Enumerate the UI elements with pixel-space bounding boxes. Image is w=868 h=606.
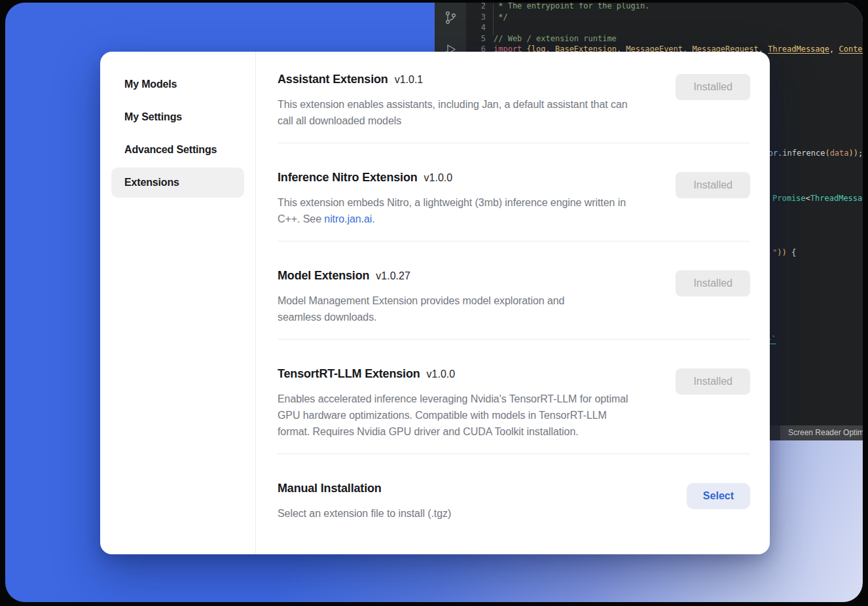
code-fragment: Promise<ThreadMessage> (772, 194, 863, 204)
extension-version: v1.0.27 (376, 270, 410, 281)
settings-sidebar: My Models My Settings Advanced Settings … (100, 52, 256, 554)
git-branch-icon[interactable] (443, 10, 458, 27)
extension-info: TensortRT-LLM Extensionv1.0.0 Enables ac… (278, 367, 636, 440)
code-line: 5 // Web / extension runtime (466, 33, 863, 45)
extension-description: Model Management Extension provides mode… (278, 293, 585, 325)
extension-heading: Model Extensionv1.0.27 (278, 269, 585, 283)
manual-installation-info: Manual Installation Select an extension … (278, 482, 451, 522)
extension-heading: Inference Nitro Extensionv1.0.0 (278, 171, 636, 185)
code-line: 4 (466, 22, 863, 33)
stage: 2 * The entrypoint for the plugin. 3 */ … (0, 0, 868, 606)
extension-heading: TensortRT-LLM Extensionv1.0.0 (278, 367, 636, 381)
extension-info: Inference Nitro Extensionv1.0.0 This ext… (278, 171, 636, 227)
nitro-jan-ai-link[interactable]: nitro.jan.ai. (324, 213, 374, 224)
installed-button[interactable]: Installed (676, 172, 750, 198)
manual-installation-title: Manual Installation (278, 482, 451, 495)
extension-version: v1.0.0 (427, 368, 456, 380)
installed-button[interactable]: Installed (676, 368, 750, 395)
installed-button[interactable]: Installed (676, 270, 750, 296)
code-fragment: ")) { (772, 248, 796, 258)
installed-button[interactable]: Installed (676, 74, 750, 100)
manual-installation-description: Select an extension file to install (.tg… (278, 505, 451, 522)
extension-name: TensortRT-LLM Extension (278, 367, 420, 380)
screen-reader-optimized-tab[interactable]: Screen Reader Optimize (780, 425, 863, 440)
extension-description: This extension embeds Nitro, a lightweig… (278, 194, 636, 227)
extension-entry: TensortRT-LLM Extensionv1.0.0 Enables ac… (278, 339, 750, 454)
extension-entry: Assistant Extensionv1.0.1 This extension… (278, 73, 750, 143)
code-lines: 2 * The entrypoint for the plugin. 3 */ … (466, 3, 863, 55)
code-line: 3 */ (466, 12, 863, 23)
extension-version: v1.0.1 (395, 74, 424, 85)
sidebar-item-extensions[interactable]: Extensions (111, 168, 244, 198)
manual-installation-entry: Manual Installation Select an extension … (278, 454, 750, 535)
code-fragment: rator.inference(data)); (754, 149, 863, 158)
extension-entry: Model Extensionv1.0.27 Model Management … (278, 241, 750, 339)
extension-name: Model Extension (278, 269, 369, 282)
sidebar-item-my-models[interactable]: My Models (111, 69, 244, 99)
line-number: 3 (466, 12, 486, 23)
code-line: 2 * The entrypoint for the plugin. (466, 3, 863, 12)
extension-info: Model Extensionv1.0.27 Model Management … (278, 269, 585, 325)
line-number: 5 (466, 33, 486, 45)
line-number: 2 (466, 3, 486, 12)
extension-description: Enables accelerated inference leveraging… (278, 391, 636, 440)
select-button[interactable]: Select (687, 483, 750, 509)
extension-entry: Inference Nitro Extensionv1.0.0 This ext… (278, 143, 750, 241)
extension-info: Assistant Extensionv1.0.1 This extension… (278, 73, 636, 129)
sidebar-item-advanced-settings[interactable]: Advanced Settings (111, 135, 244, 165)
extension-name: Assistant Extension (278, 73, 388, 86)
extension-description: This extension enables assistants, inclu… (278, 96, 636, 129)
settings-modal: My Models My Settings Advanced Settings … (100, 52, 770, 554)
extensions-list: Assistant Extensionv1.0.1 This extension… (256, 52, 770, 554)
extension-name: Inference Nitro Extension (278, 171, 418, 184)
extension-heading: Assistant Extensionv1.0.1 (278, 73, 636, 86)
line-number: 4 (466, 22, 486, 33)
extension-version: v1.0.0 (424, 172, 453, 183)
sidebar-item-my-settings[interactable]: My Settings (111, 102, 244, 132)
screen-frame: 2 * The entrypoint for the plugin. 3 */ … (5, 3, 863, 602)
